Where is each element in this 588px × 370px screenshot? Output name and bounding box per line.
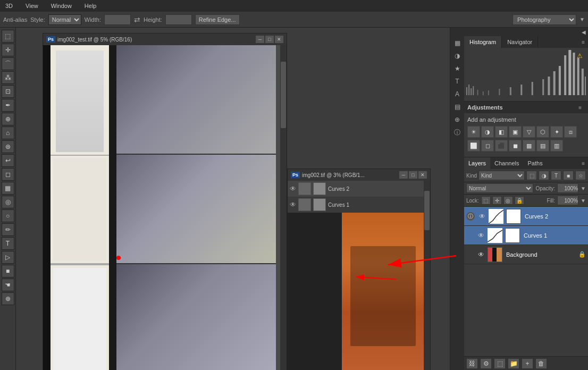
curves2-info-btn[interactable]: ⓘ [466,212,475,221]
layer-row-curves1[interactable]: 👁 Curves 1 [464,226,588,245]
adj-threshold[interactable]: ▦ [523,140,535,152]
lock-artboard-btn[interactable]: ◎ [503,196,513,205]
width-input[interactable] [104,14,131,25]
kind-select[interactable]: Kind [478,171,525,180]
filter-smart-btn[interactable]: ☆ [575,171,586,180]
tool-marquee[interactable]: ⬚ [2,30,14,43]
panel-icon-styles[interactable]: ★ [451,63,463,74]
adj-photo[interactable]: ⬜ [467,140,480,152]
menu-help[interactable]: Help [81,2,100,10]
histogram-canvas: ⚠ [466,50,586,95]
histogram-menu-btn[interactable]: ≡ [578,39,588,45]
doc2-close[interactable]: ✕ [418,171,427,179]
doc1-title-bar[interactable]: Ps img002_test.tif @ 5% (RGB/16) ─ □ ✕ [43,33,287,45]
lock-pixels-btn[interactable]: ⬚ [481,196,491,205]
panel-icon-adjustment[interactable]: ◑ [451,50,463,62]
panel-icon-histogram[interactable]: ▦ [451,37,463,49]
doc1-close[interactable]: ✕ [275,36,283,43]
new-group-btn[interactable]: 📁 [508,358,519,369]
tab-navigator[interactable]: Navigator [502,36,538,48]
layer-row-background[interactable]: 👁 Background 🔒 [464,245,588,264]
delete-layer-btn[interactable]: 🗑 [535,358,547,369]
tool-hand[interactable]: ☚ [2,279,14,291]
filter-shape-btn[interactable]: ■ [563,171,574,180]
adj-gradient-map[interactable]: ▥ [550,140,563,152]
adj-levels[interactable]: ◑ [481,126,494,138]
bg-visibility[interactable]: 👁 [476,250,486,259]
doc1-minimize[interactable]: ─ [256,36,264,43]
curves1-visibility[interactable]: 👁 [476,231,486,240]
tool-magic[interactable]: ⁂ [2,71,14,84]
height-input[interactable] [165,14,192,25]
opacity-input[interactable] [557,183,578,193]
tool-eyedropper[interactable]: ✒ [2,99,14,112]
filter-pixel-btn[interactable]: ⬚ [526,171,537,180]
panel-icon-info[interactable]: ⓘ [451,127,463,138]
menu-view[interactable]: View [22,2,41,10]
panel-collapse-row: ◀ [450,28,588,36]
filter-type-btn[interactable]: T [551,171,561,180]
tool-crop[interactable]: ⊡ [2,85,14,98]
tool-blur[interactable]: ◎ [2,196,14,208]
panel-icon-channels[interactable]: ⊕ [451,114,463,125]
tool-pen[interactable]: ✏ [2,223,14,236]
filter-adj-btn[interactable]: ◑ [539,171,549,180]
lock-position-btn[interactable]: ✛ [492,196,502,205]
tool-heal[interactable]: ⊕ [2,113,14,125]
adj-bw[interactable]: ⧈ [564,126,577,138]
tool-gradient[interactable]: ▦ [2,182,14,195]
doc2-maximize[interactable]: □ [409,171,417,179]
adj-channel[interactable]: ◻ [481,140,494,152]
tab-channels[interactable]: Channels [490,157,523,169]
layer-style-btn[interactable]: ⚙ [480,358,492,369]
adj-brightness[interactable]: ☀ [467,126,480,138]
adj-curves[interactable]: ◧ [495,126,508,138]
tool-path[interactable]: ▷ [2,251,14,264]
tool-text[interactable]: T [2,237,14,250]
tab-paths[interactable]: Paths [524,157,547,169]
menu-3d[interactable]: 3D [2,2,16,10]
new-layer-btn[interactable]: + [522,358,533,369]
blend-mode-select[interactable]: Normal [466,183,533,193]
adj-vibrance[interactable]: ▽ [523,126,535,138]
menu-window[interactable]: Window [48,2,75,10]
refine-edge-button[interactable]: Refine Edge... [195,14,240,25]
panel-collapse-btn[interactable]: ◀ [582,29,586,35]
tool-shape[interactable]: ■ [2,265,14,278]
workspace-select[interactable]: Photography [513,14,576,25]
tool-history[interactable]: ↩ [2,154,14,167]
link-layers-btn[interactable]: ⛓ [466,358,478,369]
curves2-visibility[interactable]: 👁 [477,212,487,221]
adj-selective[interactable]: ▤ [536,140,549,152]
doc1-scrollbar-v[interactable] [280,45,287,370]
tool-zoom[interactable]: ⊕ [2,292,14,305]
doc1-maximize[interactable]: □ [265,36,274,43]
layers-menu-btn[interactable]: ≡ [578,161,588,166]
tool-dodge[interactable]: ○ [2,209,14,222]
adj-hsl[interactable]: ⬡ [536,126,549,138]
panel-icon-text[interactable]: T [451,75,463,87]
doc2-scrollbar-v[interactable] [424,181,430,370]
tool-move[interactable]: ✛ [2,44,14,56]
fill-input[interactable] [557,196,578,205]
style-select[interactable]: Normal [48,14,81,25]
tool-brush[interactable]: ⌂ [2,127,14,139]
adjustments-menu-btn[interactable]: ≡ [575,105,585,111]
doc2-title-bar[interactable]: Ps img002.tif @ 3% (RGB/1... ─ □ ✕ [288,169,430,181]
doc2-minimize[interactable]: ─ [399,171,408,179]
tool-lasso[interactable]: ⌒ [2,57,14,70]
adj-colorbal[interactable]: ✦ [550,126,563,138]
panel-icon-char[interactable]: A [451,88,463,100]
adj-invert[interactable]: ⬛ [495,140,508,152]
layer-mask-btn[interactable]: ⬚ [494,358,506,369]
tool-eraser[interactable]: ◻ [2,168,14,181]
panel-icon-layers[interactable]: ▤ [451,101,463,113]
lock-all-btn[interactable]: 🔒 [515,196,524,205]
tool-stamp[interactable]: ⊛ [2,140,14,153]
adj-exposure[interactable]: ▣ [509,126,522,138]
layer-row-curves2[interactable]: ⓘ 👁 [464,207,588,226]
tab-layers[interactable]: Layers [464,157,490,169]
adj-posterize[interactable]: ◼ [509,140,522,152]
tab-histogram[interactable]: Histogram [464,36,502,48]
layers-bottom-bar: ⛓ ⚙ ⬚ 📁 + 🗑 [464,356,588,370]
